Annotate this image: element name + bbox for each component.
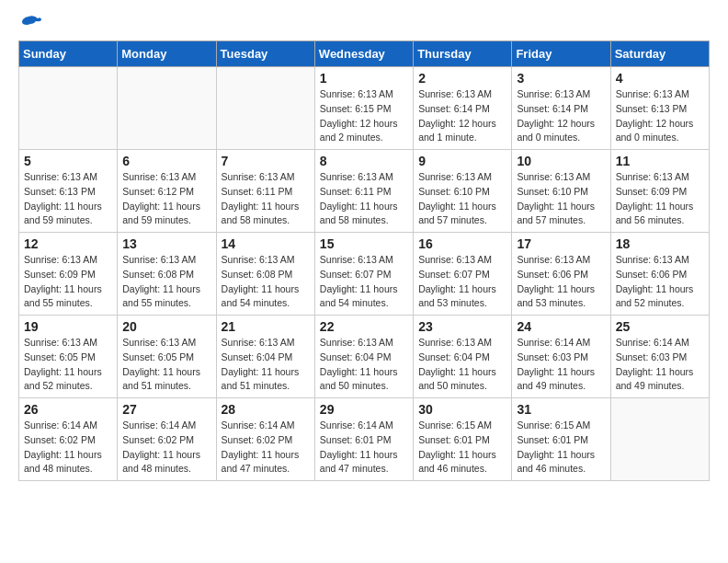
day-number: 4 xyxy=(616,71,704,86)
day-number: 8 xyxy=(320,154,408,168)
calendar-cell: 23Sunrise: 6:13 AM Sunset: 6:04 PM Dayli… xyxy=(414,316,512,398)
calendar-cell: 2Sunrise: 6:13 AM Sunset: 6:14 PM Daylig… xyxy=(414,67,512,150)
day-number: 22 xyxy=(320,319,408,334)
calendar-week-row: 5Sunrise: 6:13 AM Sunset: 6:13 PM Daylig… xyxy=(19,150,710,233)
day-info: Sunrise: 6:15 AM Sunset: 6:01 PM Dayligh… xyxy=(517,419,605,477)
day-number: 16 xyxy=(418,236,506,251)
calendar-cell: 11Sunrise: 6:13 AM Sunset: 6:09 PM Dayli… xyxy=(610,150,709,233)
day-number: 10 xyxy=(517,154,605,168)
day-number: 29 xyxy=(320,402,408,417)
calendar-cell: 10Sunrise: 6:13 AM Sunset: 6:10 PM Dayli… xyxy=(512,150,610,233)
day-info: Sunrise: 6:13 AM Sunset: 6:06 PM Dayligh… xyxy=(616,253,704,311)
day-info: Sunrise: 6:14 AM Sunset: 6:03 PM Dayligh… xyxy=(517,336,605,394)
day-number: 24 xyxy=(517,319,605,334)
day-number: 30 xyxy=(418,402,506,417)
day-info: Sunrise: 6:13 AM Sunset: 6:10 PM Dayligh… xyxy=(418,170,506,228)
calendar-cell: 18Sunrise: 6:13 AM Sunset: 6:06 PM Dayli… xyxy=(610,233,709,316)
day-number: 5 xyxy=(24,154,112,168)
day-info: Sunrise: 6:13 AM Sunset: 6:07 PM Dayligh… xyxy=(320,253,408,311)
day-number: 9 xyxy=(418,154,506,168)
calendar-cell: 22Sunrise: 6:13 AM Sunset: 6:04 PM Dayli… xyxy=(314,316,413,398)
weekday-header: Sunday xyxy=(19,41,118,67)
day-number: 23 xyxy=(418,319,506,334)
day-info: Sunrise: 6:13 AM Sunset: 6:11 PM Dayligh… xyxy=(320,170,408,228)
day-info: Sunrise: 6:14 AM Sunset: 6:03 PM Dayligh… xyxy=(616,336,704,394)
day-info: Sunrise: 6:13 AM Sunset: 6:09 PM Dayligh… xyxy=(24,253,112,311)
day-number: 2 xyxy=(418,71,506,86)
weekday-header: Saturday xyxy=(610,41,709,67)
day-number: 1 xyxy=(320,71,408,86)
day-number: 14 xyxy=(222,236,310,251)
calendar-cell: 16Sunrise: 6:13 AM Sunset: 6:07 PM Dayli… xyxy=(414,233,512,316)
calendar-cell xyxy=(19,67,118,150)
day-info: Sunrise: 6:14 AM Sunset: 6:02 PM Dayligh… xyxy=(222,419,310,477)
day-number: 20 xyxy=(122,319,210,334)
calendar-cell: 26Sunrise: 6:14 AM Sunset: 6:02 PM Dayli… xyxy=(19,398,118,481)
day-number: 21 xyxy=(222,319,310,334)
calendar-cell: 17Sunrise: 6:13 AM Sunset: 6:06 PM Dayli… xyxy=(512,233,610,316)
day-info: Sunrise: 6:15 AM Sunset: 6:01 PM Dayligh… xyxy=(418,419,506,477)
day-info: Sunrise: 6:13 AM Sunset: 6:13 PM Dayligh… xyxy=(24,170,112,228)
calendar-cell: 20Sunrise: 6:13 AM Sunset: 6:05 PM Dayli… xyxy=(118,316,216,398)
calendar-cell xyxy=(118,67,216,150)
day-info: Sunrise: 6:13 AM Sunset: 6:06 PM Dayligh… xyxy=(517,253,605,311)
calendar-week-row: 12Sunrise: 6:13 AM Sunset: 6:09 PM Dayli… xyxy=(19,233,710,316)
day-number: 6 xyxy=(122,154,210,168)
page-header xyxy=(18,18,710,31)
day-info: Sunrise: 6:14 AM Sunset: 6:02 PM Dayligh… xyxy=(122,419,210,477)
day-number: 11 xyxy=(616,154,704,168)
day-info: Sunrise: 6:13 AM Sunset: 6:07 PM Dayligh… xyxy=(418,253,506,311)
day-number: 31 xyxy=(517,402,605,417)
calendar-cell: 6Sunrise: 6:13 AM Sunset: 6:12 PM Daylig… xyxy=(118,150,216,233)
calendar-cell: 28Sunrise: 6:14 AM Sunset: 6:02 PM Dayli… xyxy=(216,398,314,481)
day-info: Sunrise: 6:13 AM Sunset: 6:14 PM Dayligh… xyxy=(418,87,506,145)
day-number: 25 xyxy=(616,319,704,334)
calendar-cell: 5Sunrise: 6:13 AM Sunset: 6:13 PM Daylig… xyxy=(19,150,118,233)
day-number: 19 xyxy=(24,319,112,334)
calendar-week-row: 19Sunrise: 6:13 AM Sunset: 6:05 PM Dayli… xyxy=(19,316,710,398)
calendar-cell: 9Sunrise: 6:13 AM Sunset: 6:10 PM Daylig… xyxy=(414,150,512,233)
calendar-header-row: SundayMondayTuesdayWednesdayThursdayFrid… xyxy=(19,41,710,67)
day-info: Sunrise: 6:13 AM Sunset: 6:08 PM Dayligh… xyxy=(122,253,210,311)
day-info: Sunrise: 6:13 AM Sunset: 6:04 PM Dayligh… xyxy=(320,336,408,394)
day-number: 28 xyxy=(222,402,310,417)
calendar-cell: 15Sunrise: 6:13 AM Sunset: 6:07 PM Dayli… xyxy=(314,233,413,316)
weekday-header: Tuesday xyxy=(216,41,314,67)
day-info: Sunrise: 6:13 AM Sunset: 6:12 PM Dayligh… xyxy=(122,170,210,228)
day-info: Sunrise: 6:13 AM Sunset: 6:05 PM Dayligh… xyxy=(24,336,112,394)
calendar-cell: 24Sunrise: 6:14 AM Sunset: 6:03 PM Dayli… xyxy=(512,316,610,398)
day-number: 7 xyxy=(222,154,310,168)
calendar-cell: 29Sunrise: 6:14 AM Sunset: 6:01 PM Dayli… xyxy=(314,398,413,481)
day-number: 27 xyxy=(122,402,210,417)
day-info: Sunrise: 6:13 AM Sunset: 6:04 PM Dayligh… xyxy=(222,336,310,394)
calendar-week-row: 26Sunrise: 6:14 AM Sunset: 6:02 PM Dayli… xyxy=(19,398,710,481)
calendar-cell: 27Sunrise: 6:14 AM Sunset: 6:02 PM Dayli… xyxy=(118,398,216,481)
day-info: Sunrise: 6:13 AM Sunset: 6:14 PM Dayligh… xyxy=(517,87,605,145)
day-number: 3 xyxy=(517,71,605,86)
calendar-cell: 30Sunrise: 6:15 AM Sunset: 6:01 PM Dayli… xyxy=(414,398,512,481)
calendar-cell: 13Sunrise: 6:13 AM Sunset: 6:08 PM Dayli… xyxy=(118,233,216,316)
calendar-cell: 7Sunrise: 6:13 AM Sunset: 6:11 PM Daylig… xyxy=(216,150,314,233)
day-number: 13 xyxy=(122,236,210,251)
weekday-header: Thursday xyxy=(414,41,512,67)
weekday-header: Wednesday xyxy=(314,41,413,67)
day-info: Sunrise: 6:13 AM Sunset: 6:08 PM Dayligh… xyxy=(222,253,310,311)
day-info: Sunrise: 6:13 AM Sunset: 6:13 PM Dayligh… xyxy=(616,87,704,145)
day-number: 17 xyxy=(517,236,605,251)
calendar-cell: 3Sunrise: 6:13 AM Sunset: 6:14 PM Daylig… xyxy=(512,67,610,150)
weekday-header: Monday xyxy=(118,41,216,67)
day-number: 26 xyxy=(24,402,112,417)
calendar-cell: 1Sunrise: 6:13 AM Sunset: 6:15 PM Daylig… xyxy=(314,67,413,150)
calendar-cell: 21Sunrise: 6:13 AM Sunset: 6:04 PM Dayli… xyxy=(216,316,314,398)
day-info: Sunrise: 6:14 AM Sunset: 6:01 PM Dayligh… xyxy=(320,419,408,477)
day-info: Sunrise: 6:13 AM Sunset: 6:04 PM Dayligh… xyxy=(418,336,506,394)
calendar-cell: 12Sunrise: 6:13 AM Sunset: 6:09 PM Dayli… xyxy=(19,233,118,316)
calendar-week-row: 1Sunrise: 6:13 AM Sunset: 6:15 PM Daylig… xyxy=(19,67,710,150)
calendar-cell: 25Sunrise: 6:14 AM Sunset: 6:03 PM Dayli… xyxy=(610,316,709,398)
day-info: Sunrise: 6:13 AM Sunset: 6:05 PM Dayligh… xyxy=(122,336,210,394)
calendar-cell: 14Sunrise: 6:13 AM Sunset: 6:08 PM Dayli… xyxy=(216,233,314,316)
calendar-cell: 4Sunrise: 6:13 AM Sunset: 6:13 PM Daylig… xyxy=(610,67,709,150)
logo-bird-icon xyxy=(21,15,41,31)
day-info: Sunrise: 6:13 AM Sunset: 6:10 PM Dayligh… xyxy=(517,170,605,228)
day-number: 12 xyxy=(24,236,112,251)
